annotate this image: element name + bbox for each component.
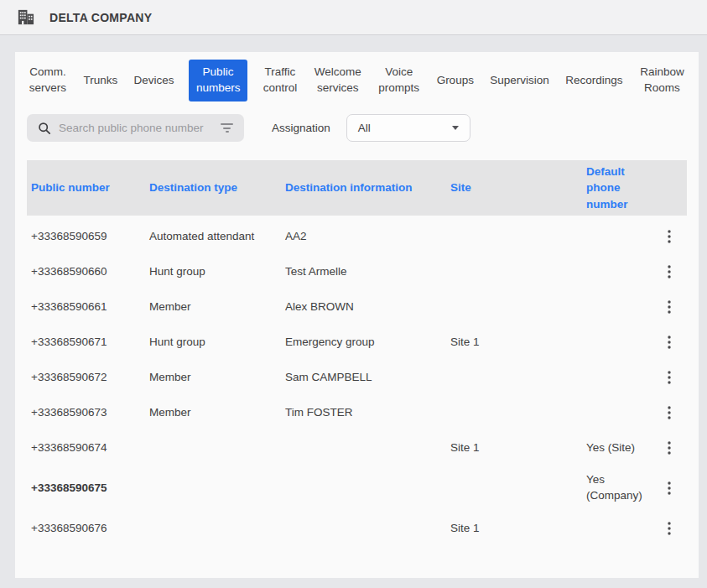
table-row: +33368590676 Site 1	[27, 511, 687, 546]
row-actions-kebab-button[interactable]	[658, 331, 680, 353]
column-header-public-number[interactable]: Public number	[31, 180, 149, 196]
search-icon	[38, 122, 51, 135]
chevron-down-icon	[452, 126, 459, 130]
cell-public-number: +33368590675	[31, 481, 149, 497]
search-box[interactable]	[27, 114, 244, 142]
tab-trunks[interactable]: Trunks	[81, 73, 119, 89]
cell-default-phone-number: Yes (Site)	[586, 440, 658, 456]
tab-rainbow-rooms[interactable]: Rainbow Rooms	[637, 65, 687, 96]
tab-recordings[interactable]: Recordings	[564, 73, 624, 89]
assignation-selected-value: All	[358, 122, 371, 134]
company-title: DELTA COMPANY	[49, 11, 152, 24]
table-row: +33368590661 Member Alex BROWN	[27, 289, 687, 325]
row-actions-kebab-button[interactable]	[658, 477, 680, 499]
column-header-site[interactable]: Site	[450, 180, 586, 196]
building-icon	[16, 8, 35, 27]
row-actions-kebab-button[interactable]	[658, 226, 680, 247]
table-row: +33368590675 Yes (Company)	[27, 466, 687, 511]
filter-row: Assignation All	[27, 114, 687, 142]
table-body: +33368590659 Automated attendant AA2 +33…	[27, 216, 687, 546]
cell-public-number: +33368590659	[31, 229, 149, 245]
row-actions-kebab-button[interactable]	[658, 437, 680, 459]
table-row: +33368590671 Hunt group Emergency group …	[27, 325, 687, 360]
cell-public-number: +33368590660	[31, 264, 149, 280]
row-actions-kebab-button[interactable]	[658, 518, 680, 539]
column-header-destination-type[interactable]: Destination type	[149, 180, 285, 196]
filter-icon[interactable]	[221, 123, 233, 133]
row-actions-kebab-button[interactable]	[658, 367, 680, 388]
cell-site: Site 1	[450, 440, 586, 456]
table-row: +33368590672 Member Sam CAMPBELL	[27, 360, 687, 395]
assignation-dropdown[interactable]: All	[346, 114, 470, 142]
row-actions-kebab-button[interactable]	[658, 261, 680, 283]
tab-comm-servers[interactable]: Comm. servers	[27, 65, 69, 96]
cell-destination-information: AA2	[285, 229, 450, 245]
cell-destination-information: Alex BROWN	[285, 299, 450, 315]
tab-supervision[interactable]: Supervision	[488, 73, 551, 89]
cell-default-phone-number: Yes (Company)	[586, 472, 658, 504]
cell-public-number: +33368590676	[31, 521, 149, 537]
content-card: Comm. servers Trunks Devices Public numb…	[15, 52, 699, 578]
cell-destination-information: Tim FOSTER	[285, 405, 450, 421]
cell-destination-information: Sam CAMPBELL	[285, 370, 450, 386]
cell-site: Site 1	[450, 521, 586, 537]
tab-public-numbers[interactable]: Public numbers	[189, 60, 247, 101]
table-row: +33368590674 Site 1 Yes (Site)	[27, 430, 687, 466]
tab-groups[interactable]: Groups	[435, 73, 476, 89]
cell-public-number: +33368590672	[31, 370, 149, 386]
assignation-label: Assignation	[272, 122, 330, 134]
table-row: +33368590659 Automated attendant AA2	[27, 219, 687, 254]
cell-destination-type: Member	[149, 405, 285, 421]
tab-traffic-control[interactable]: Traffic control	[260, 65, 299, 96]
table-row: +33368590673 Member Tim FOSTER	[27, 395, 687, 430]
tab-voice-prompts[interactable]: Voice prompts	[376, 65, 422, 96]
cell-public-number: +33368590661	[31, 299, 149, 315]
cell-public-number: +33368590674	[31, 440, 149, 456]
tab-bar: Comm. servers Trunks Devices Public numb…	[27, 60, 687, 101]
cell-public-number: +33368590671	[31, 335, 149, 351]
cell-destination-information: Test Armelle	[285, 264, 450, 280]
cell-destination-type: Hunt group	[149, 335, 285, 351]
cell-destination-type: Member	[149, 299, 285, 315]
tab-devices[interactable]: Devices	[133, 73, 176, 89]
row-actions-kebab-button[interactable]	[658, 296, 680, 318]
cell-site: Site 1	[450, 335, 586, 351]
cell-destination-type: Hunt group	[149, 264, 285, 280]
cell-destination-information: Emergency group	[285, 335, 450, 351]
column-header-default-phone-number[interactable]: Default phone number	[586, 164, 658, 213]
table-header-row: Public number Destination type Destinati…	[27, 160, 687, 216]
cell-destination-type: Member	[149, 370, 285, 386]
cell-public-number: +33368590673	[31, 405, 149, 421]
table-row: +33368590660 Hunt group Test Armelle	[27, 254, 687, 289]
column-header-destination-information[interactable]: Destination information	[285, 180, 450, 196]
cell-destination-type: Automated attendant	[149, 229, 285, 245]
search-input[interactable]	[59, 122, 213, 134]
topbar: DELTA COMPANY	[0, 0, 707, 35]
public-numbers-table: Public number Destination type Destinati…	[27, 160, 687, 546]
row-actions-kebab-button[interactable]	[658, 402, 680, 424]
tab-welcome-services[interactable]: Welcome services	[313, 65, 363, 96]
